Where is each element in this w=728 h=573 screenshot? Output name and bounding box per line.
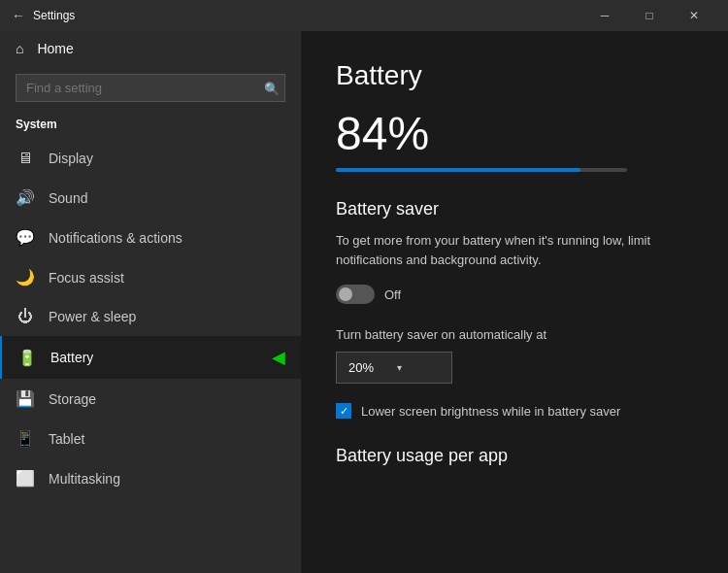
search-input[interactable] (16, 74, 285, 102)
sidebar-item-storage[interactable]: 💾 Storage (0, 379, 301, 419)
page-title: Battery (336, 60, 693, 91)
sidebar-item-label: Battery (50, 350, 93, 365)
sidebar-item-battery[interactable]: 🔋 Battery ◀ (0, 336, 301, 379)
sound-icon: 🔊 (16, 188, 35, 207)
battery-arrow-indicator: ◀ (272, 347, 285, 368)
sidebar: ⌂ Home 🔍 System 🖥 Display 🔊 Sound 💬 Noti… (0, 31, 301, 573)
sidebar-item-label: Notifications & actions (49, 230, 182, 246)
battery-saver-desc: To get more from your battery when it's … (336, 231, 693, 269)
chevron-down-icon: ▾ (397, 362, 402, 373)
title-bar-left: ← Settings (12, 8, 582, 23)
notifications-icon: 💬 (16, 228, 35, 247)
sidebar-item-notifications[interactable]: 💬 Notifications & actions (0, 218, 301, 257)
sidebar-item-label: Multitasking (49, 471, 120, 487)
tablet-icon: 📱 (16, 429, 35, 448)
battery-saver-toggle-row: Off (336, 285, 693, 304)
focus-icon: 🌙 (16, 268, 35, 286)
back-button[interactable]: ← (12, 8, 25, 23)
battery-bar (336, 168, 627, 172)
battery-saver-toggle[interactable] (336, 285, 375, 304)
sidebar-item-label: Sound (49, 190, 87, 206)
maximize-button[interactable]: □ (627, 0, 672, 31)
search-button[interactable]: 🔍 (264, 81, 280, 95)
battery-saver-title: Battery saver (336, 199, 693, 219)
check-icon: ✓ (340, 405, 348, 418)
title-bar: ← Settings ─ □ ✕ (0, 0, 728, 31)
display-icon: 🖥 (16, 150, 35, 167)
window-controls: ─ □ ✕ (582, 0, 716, 31)
auto-saver-label: Turn battery saver on automatically at (336, 327, 693, 342)
dropdown-value: 20% (348, 360, 374, 375)
battery-usage-title: Battery usage per app (336, 446, 693, 466)
toggle-label: Off (384, 287, 401, 302)
close-button[interactable]: ✕ (672, 0, 716, 31)
sidebar-item-tablet[interactable]: 📱 Tablet (0, 419, 301, 458)
multitasking-icon: ⬜ (16, 469, 35, 488)
battery-saver-dropdown[interactable]: 20% ▾ (336, 352, 452, 384)
home-icon: ⌂ (16, 41, 23, 56)
power-icon: ⏻ (16, 308, 35, 325)
sidebar-item-label: Power & sleep (49, 309, 136, 324)
brightness-checkbox[interactable]: ✓ (336, 403, 351, 419)
sidebar-item-label: Tablet (49, 431, 84, 447)
battery-percent: 84% (336, 107, 693, 160)
sidebar-item-multitasking[interactable]: ⬜ Multitasking (0, 458, 301, 498)
sidebar-item-label: Storage (49, 391, 96, 407)
sidebar-item-label: Display (49, 151, 93, 166)
battery-bar-fill (336, 168, 580, 172)
checkbox-label: Lower screen brightness while in battery… (361, 404, 620, 419)
toggle-knob (339, 287, 352, 301)
window-title: Settings (33, 9, 75, 22)
storage-icon: 💾 (16, 389, 35, 408)
sidebar-search: 🔍 (16, 74, 285, 102)
home-label: Home (37, 41, 73, 56)
checkbox-row: ✓ Lower screen brightness while in batte… (336, 403, 693, 419)
sidebar-item-power[interactable]: ⏻ Power & sleep (0, 297, 301, 336)
battery-icon: 🔋 (17, 349, 37, 367)
dropdown-row: 20% ▾ (336, 352, 693, 384)
main-layout: ⌂ Home 🔍 System 🖥 Display 🔊 Sound 💬 Noti… (0, 31, 728, 573)
sidebar-item-label: Focus assist (49, 270, 124, 286)
system-section-label: System (0, 114, 301, 139)
minimize-button[interactable]: ─ (582, 0, 627, 31)
sidebar-item-display[interactable]: 🖥 Display (0, 139, 301, 178)
sidebar-item-home[interactable]: ⌂ Home (0, 31, 301, 66)
sidebar-item-sound[interactable]: 🔊 Sound (0, 178, 301, 218)
sidebar-item-focus[interactable]: 🌙 Focus assist (0, 257, 301, 297)
content-area: Battery 84% Battery saver To get more fr… (301, 31, 728, 573)
